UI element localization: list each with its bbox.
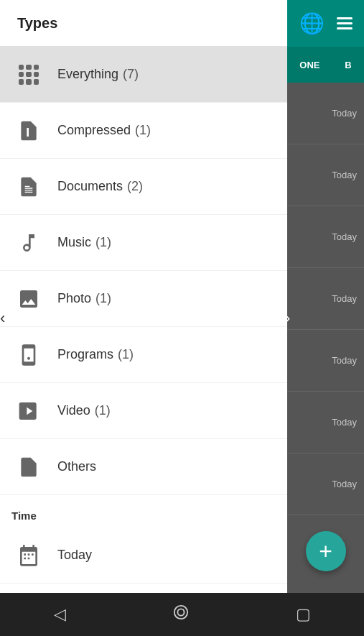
- others-label: Others: [57, 459, 96, 474]
- menu-item-others[interactable]: Others: [0, 439, 287, 495]
- list-item: Today: [287, 453, 364, 515]
- compressed-label: Compressed: [57, 123, 131, 138]
- others-icon: [11, 450, 46, 484]
- back-button[interactable]: ◁: [54, 605, 66, 624]
- tab-b[interactable]: B: [345, 60, 351, 70]
- programs-label: Programs: [57, 347, 113, 362]
- list-item: Today: [287, 206, 364, 268]
- today-label: Today: [57, 548, 92, 563]
- menu-item-video[interactable]: Video (1): [0, 383, 287, 439]
- menu-item-photo[interactable]: Photo (1): [0, 271, 287, 327]
- list-item: Today: [287, 268, 364, 330]
- right-arrow[interactable]: ›: [285, 309, 290, 328]
- add-button[interactable]: +: [306, 531, 346, 571]
- menu-item-documents[interactable]: Documents (2): [0, 159, 287, 215]
- list-item: Today: [287, 330, 364, 392]
- doc-icon: [11, 170, 46, 204]
- fab-container: +: [287, 531, 364, 571]
- everything-count: (7): [123, 67, 139, 82]
- music-count: (1): [95, 235, 111, 250]
- right-tabs: ONE B: [287, 47, 364, 83]
- programs-icon: [11, 338, 46, 372]
- menu-item-everything[interactable]: Everything (7): [0, 47, 287, 103]
- menu-item-compressed[interactable]: Compressed (1): [0, 103, 287, 159]
- time-section-label: Time: [0, 495, 287, 527]
- video-label: Video: [57, 403, 90, 418]
- compressed-count: (1): [135, 123, 151, 138]
- left-arrow[interactable]: ‹: [0, 309, 5, 328]
- video-icon: [11, 394, 46, 428]
- programs-count: (1): [118, 347, 134, 362]
- list-item: Today: [287, 392, 364, 453]
- documents-count: (2): [127, 179, 143, 194]
- menu-item-music[interactable]: Music (1): [0, 215, 287, 271]
- tab-one[interactable]: ONE: [299, 60, 319, 70]
- home-button[interactable]: [173, 604, 189, 625]
- header: Types: [0, 0, 287, 47]
- grid-icon: [11, 57, 46, 92]
- svg-point-0: [177, 609, 184, 615]
- list-item: Today: [287, 144, 364, 206]
- photo-count: (1): [95, 291, 111, 306]
- documents-label: Documents: [57, 179, 123, 194]
- bottom-nav: ◁ ▢: [0, 593, 364, 636]
- page-title: Types: [17, 15, 57, 32]
- photo-icon: [11, 282, 46, 316]
- zip-icon: [11, 114, 46, 148]
- menu-item-today[interactable]: Today: [0, 527, 287, 584]
- recent-button[interactable]: ▢: [296, 605, 311, 624]
- globe-icon[interactable]: 🌐: [299, 11, 325, 35]
- menu-icon[interactable]: [337, 17, 353, 29]
- music-icon: [11, 226, 46, 260]
- svg-point-1: [174, 606, 187, 619]
- calendar-icon: [11, 538, 46, 573]
- music-label: Music: [57, 235, 91, 250]
- everything-label: Everything: [57, 67, 118, 82]
- menu-item-programs[interactable]: Programs (1): [0, 327, 287, 383]
- photo-label: Photo: [57, 291, 91, 306]
- plus-icon: +: [319, 540, 332, 563]
- list-item: Today: [287, 83, 364, 144]
- menu-panel: Everything (7) Compressed (1) Documents …: [0, 47, 287, 636]
- video-count: (1): [95, 403, 111, 418]
- right-panel-header: 🌐: [287, 0, 364, 47]
